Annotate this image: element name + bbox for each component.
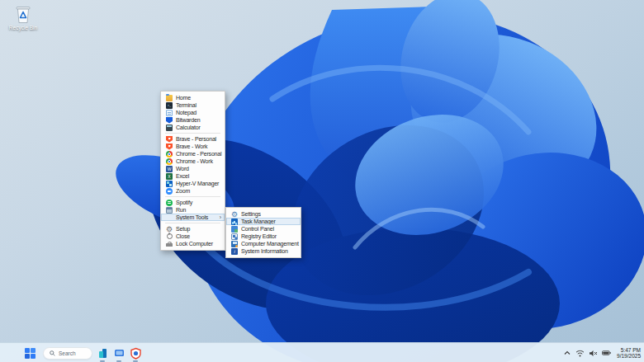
security-shield-app-icon [130,347,142,360]
run-window-icon [166,207,173,214]
home-folder-icon [166,95,173,101]
submenu-item-computer-management[interactable]: Computer Management [226,240,301,247]
menu-item-word[interactable]: Word [161,165,225,172]
submenu-item-registry-editor[interactable]: Registry Editor [226,233,301,240]
zoom-icon [166,188,173,195]
gear-icon: ⚙ [166,226,173,233]
hyperv-icon [166,181,173,187]
submenu-item-task-manager[interactable]: Task Manager [226,218,301,225]
menu-item-brave-work[interactable]: Brave - Work [161,143,225,150]
recycle-bin-label: Recycle Bin [3,25,43,31]
submenu-item-control-panel[interactable]: Control Panel [226,225,301,233]
control-panel-icon [231,226,238,233]
system-tools-submenu: ⚙Settings Task Manager Control Panel Reg… [225,207,301,258]
start-button[interactable] [23,346,37,360]
system-information-icon [231,248,238,255]
menu-item-setup[interactable]: ⚙Setup [161,225,225,233]
recycle-bin[interactable]: Recycle Bin [3,4,43,31]
menu-item-system-tools[interactable]: System Tools› [161,214,225,221]
volume-muted-icon[interactable] [589,347,598,359]
recycle-bin-icon [14,4,32,24]
menu-item-zoom[interactable]: Zoom [161,187,225,195]
menu-item-calculator[interactable]: Calculator [161,124,225,131]
menu-item-hyperv-manager[interactable]: Hyper-V Manager [161,180,225,187]
hidden-icons-chevron[interactable] [562,347,571,359]
teal-buildings-app-icon [97,347,109,360]
wallpaper-bloom [0,0,644,362]
clock-date: 9/19/2025 [617,353,641,360]
menu-separator [165,223,220,223]
menu-item-home[interactable]: Home [161,94,225,101]
spotify-icon [166,200,173,206]
pinned-app-2[interactable] [110,343,128,362]
lock-icon [166,243,173,247]
task-manager-icon [231,219,238,225]
submenu-item-settings[interactable]: ⚙Settings [226,210,301,218]
menu-item-chrome-personal[interactable]: Chrome - Personal [161,150,225,157]
registry-editor-icon [231,233,238,240]
bitwarden-shield-icon [166,117,173,124]
search-input[interactable]: Search [43,347,92,360]
calculator-icon [166,125,173,131]
computer-management-icon [231,241,238,247]
menu-item-notepad[interactable]: Notepad [161,109,225,116]
wifi-icon[interactable] [575,347,585,359]
menu-item-run[interactable]: Run [161,206,225,214]
menu-separator [165,196,220,197]
menu-item-terminal[interactable]: Terminal [161,101,225,109]
clock-time: 5:47 PM [617,347,641,354]
search-icon [50,350,55,356]
menu-item-spotify[interactable]: Spotify [161,199,225,206]
menu-item-excel[interactable]: Excel [161,172,225,180]
pinned-app-3[interactable] [126,343,144,362]
menu-item-chrome-work[interactable]: Chrome - Work [161,157,225,165]
settings-gear-icon: ⚙ [231,211,238,218]
notepad-icon [166,110,173,116]
menu-item-lock-computer[interactable]: Lock Computer [161,240,225,247]
menu-separator [165,133,220,134]
word-icon [166,166,173,172]
chrome-icon [166,158,173,165]
submenu-arrow-icon: › [220,214,221,221]
power-icon [167,233,173,239]
monitor-app-icon [113,347,125,360]
brave-shield-icon [166,143,173,150]
submenu-item-system-information[interactable]: System Information [226,247,301,255]
menu-item-close[interactable]: Close [161,233,225,240]
battery-icon[interactable] [602,347,611,359]
system-tray: 5:47 PM 9/19/2025 [562,343,642,362]
menu-item-brave-personal[interactable]: Brave - Personal [161,135,225,143]
excel-icon [166,173,173,180]
pinned-app-1[interactable] [93,343,111,362]
desktop: Recycle Bin Home Terminal Notepad Bitwar… [0,0,644,362]
terminal-icon [166,102,173,109]
menu-item-bitwarden[interactable]: Bitwarden [161,116,225,124]
search-placeholder: Search [59,350,76,356]
windows-logo-icon [25,348,36,359]
brave-shield-icon [166,136,173,143]
system-tools-icon [166,214,173,221]
taskbar-clock[interactable]: 5:47 PM 9/19/2025 [615,347,641,360]
start-context-menu: Home Terminal Notepad Bitwarden Calculat… [160,91,225,251]
taskbar: Search [0,342,644,362]
chrome-icon [166,151,173,157]
